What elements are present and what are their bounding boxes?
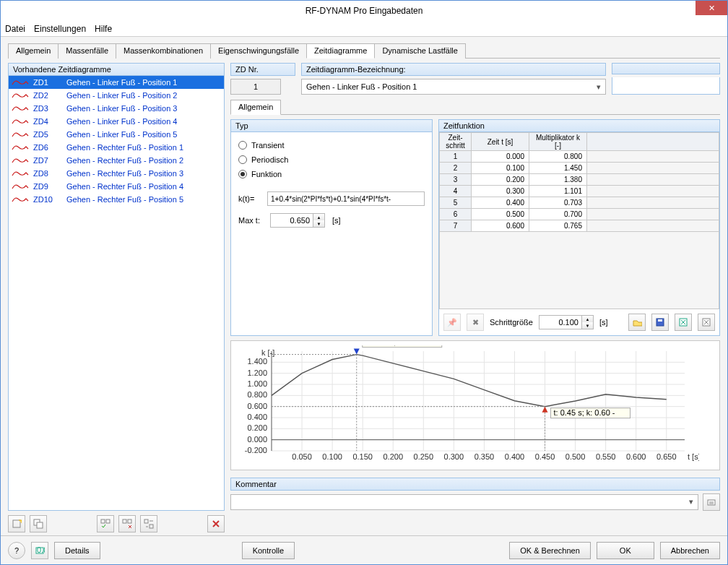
zd-list-row[interactable]: ZD1Gehen - Linker Fuß - Position 1: [9, 76, 224, 89]
svg-text:0.100: 0.100: [322, 452, 342, 461]
svg-text:0.00: 0.00: [37, 545, 45, 554]
uncheck-all-button[interactable]: [118, 515, 136, 532]
zd-id: ZD10: [33, 195, 62, 204]
subtab-allgemein[interactable]: Allgemein: [230, 100, 281, 115]
save-button[interactable]: [651, 314, 669, 331]
kontrolle-button[interactable]: Kontrolle: [242, 542, 295, 559]
radio-funktion[interactable]: Funktion: [238, 167, 425, 181]
down-icon[interactable]: ▼: [582, 322, 593, 329]
unpin-button[interactable]: ✖: [467, 314, 484, 331]
bottom-bar: ? 0.00 Details Kontrolle OK & Berechnen …: [1, 535, 727, 564]
table-row[interactable]: 30.2001.380: [440, 174, 719, 186]
zd-id: ZD2: [33, 91, 62, 100]
units-button[interactable]: 0.00: [31, 542, 48, 559]
check-all-button[interactable]: [97, 515, 114, 532]
menu-einstellungen[interactable]: Einstellungen: [34, 24, 86, 34]
zd-name: Gehen - Linker Fuß - Position 5: [66, 130, 177, 139]
svg-rect-8: [150, 525, 153, 528]
close-button[interactable]: ✕: [696, 1, 727, 15]
zeitfunktion-table[interactable]: Zeit- schrittZeit t [s]Multiplikator k […: [439, 132, 719, 232]
zd-id: ZD1: [33, 78, 62, 87]
kommentar-pick-button[interactable]: [703, 493, 720, 511]
zd-name: Gehen - Rechter Fuß - Position 3: [66, 169, 183, 178]
zd-name: Gehen - Linker Fuß - Position 3: [66, 104, 177, 113]
main-tabstrip: Allgemein Massenfälle Massenkombinatione…: [8, 43, 720, 59]
up-icon[interactable]: ▲: [582, 316, 593, 322]
kt-input[interactable]: [267, 191, 425, 206]
delete-item-button[interactable]: [207, 515, 225, 532]
ok-berechnen-button[interactable]: OK & Berechnen: [509, 542, 591, 559]
desc-select[interactable]: Gehen - Linker Fuß - Position 1: [301, 79, 606, 95]
zd-list-row[interactable]: ZD7Gehen - Rechter Fuß - Position 2: [9, 154, 224, 167]
zd-list-row[interactable]: ZD10Gehen - Rechter Fuß - Position 5: [9, 193, 224, 206]
excel-import-button[interactable]: [698, 314, 715, 331]
tab-dynamische-lastfaelle[interactable]: Dynamische Lastfälle: [374, 43, 466, 59]
table-row[interactable]: 20.1001.450: [440, 163, 719, 174]
zd-name: Gehen - Linker Fuß - Position 4: [66, 117, 177, 126]
chart-panel: -0.2000.0000.2000.4000.6000.8001.0001.20…: [230, 340, 720, 470]
zd-list[interactable]: ZD1Gehen - Linker Fuß - Position 1ZD2Geh…: [8, 76, 225, 511]
step-spinner[interactable]: ▲▼: [539, 315, 594, 329]
table-row[interactable]: 10.0000.800: [440, 151, 719, 163]
table-row[interactable]: 40.3001.101: [440, 186, 719, 197]
table-row[interactable]: 60.5000.700: [440, 209, 719, 220]
radio-icon: [238, 141, 247, 150]
kommentar-combo[interactable]: [230, 494, 698, 510]
diagram-icon: [12, 156, 29, 165]
zd-list-row[interactable]: ZD6Gehen - Rechter Fuß - Position 1: [9, 141, 224, 154]
svg-rect-5: [123, 519, 126, 523]
ok-button[interactable]: OK: [597, 542, 654, 559]
svg-rect-10: [658, 319, 662, 322]
list-header: Vorhandene Zeitdiagramme: [8, 63, 225, 76]
details-button[interactable]: Details: [54, 542, 100, 559]
tab-allgemein[interactable]: Allgemein: [8, 43, 58, 59]
svg-text:k [-]: k [-]: [261, 348, 274, 357]
blank-box: [612, 77, 720, 95]
excel-export-button[interactable]: [675, 314, 692, 331]
blank-header: [612, 63, 720, 74]
zd-list-row[interactable]: ZD4Gehen - Linker Fuß - Position 4: [9, 115, 224, 128]
radio-transient[interactable]: Transient: [238, 138, 425, 152]
svg-text:0.350: 0.350: [474, 452, 495, 461]
menu-datei[interactable]: Datei: [5, 24, 25, 34]
svg-text:t: 0.14 s; k: 1.54 -: t: 0.14 s; k: 1.54 -: [365, 345, 427, 346]
zd-name: Gehen - Rechter Fuß - Position 1: [66, 143, 183, 152]
zd-list-row[interactable]: ZD9Gehen - Rechter Fuß - Position 4: [9, 180, 224, 193]
svg-text:0.550: 0.550: [596, 452, 616, 461]
table-row[interactable]: 50.4000.703: [440, 197, 719, 209]
renumber-button[interactable]: [140, 515, 157, 532]
zd-list-row[interactable]: ZD8Gehen - Rechter Fuß - Position 3: [9, 167, 224, 180]
menubar: Datei Einstellungen Hilfe: [1, 21, 727, 37]
pin-button[interactable]: 📌: [443, 314, 461, 331]
maxt-label: Max t:: [238, 216, 263, 225]
zd-list-row[interactable]: ZD5Gehen - Linker Fuß - Position 5: [9, 128, 224, 141]
up-icon[interactable]: ▲: [313, 214, 324, 220]
tab-massenkombinationen[interactable]: Massenkombinationen: [116, 43, 211, 59]
chart-svg: -0.2000.0000.2000.4000.6000.8001.0001.20…: [237, 345, 699, 467]
svg-text:1.000: 1.000: [247, 379, 267, 388]
svg-text:0.450: 0.450: [535, 452, 555, 461]
zd-id: ZD9: [33, 182, 62, 191]
help-button[interactable]: ?: [8, 542, 25, 559]
tab-massenfaelle[interactable]: Massenfälle: [58, 43, 116, 59]
new-item-button[interactable]: [8, 515, 25, 532]
svg-text:0.300: 0.300: [444, 452, 464, 461]
radio-periodisch[interactable]: Periodisch: [238, 152, 425, 167]
down-icon[interactable]: ▼: [313, 220, 324, 227]
menu-hilfe[interactable]: Hilfe: [95, 24, 112, 34]
typ-label: Typ: [230, 119, 433, 132]
zd-list-row[interactable]: ZD3Gehen - Linker Fuß - Position 3: [9, 102, 224, 115]
copy-item-button[interactable]: [30, 515, 47, 532]
maxt-spinner[interactable]: ▲▼: [270, 213, 325, 228]
tab-eigenschwingungsfaelle[interactable]: Eigenschwingungsfälle: [210, 43, 307, 59]
tab-zeitdiagramme[interactable]: Zeitdiagramme: [306, 43, 375, 59]
open-file-button[interactable]: [628, 314, 646, 331]
table-row[interactable]: 70.6000.765: [440, 220, 719, 232]
zd-list-row[interactable]: ZD2Gehen - Linker Fuß - Position 2: [9, 89, 224, 102]
kommentar-label: Kommentar: [230, 478, 720, 491]
diagram-icon: [12, 104, 29, 113]
diagram-icon: [12, 195, 29, 204]
svg-rect-3: [101, 519, 105, 523]
diagram-icon: [12, 130, 29, 139]
abbrechen-button[interactable]: Abbrechen: [660, 542, 720, 559]
